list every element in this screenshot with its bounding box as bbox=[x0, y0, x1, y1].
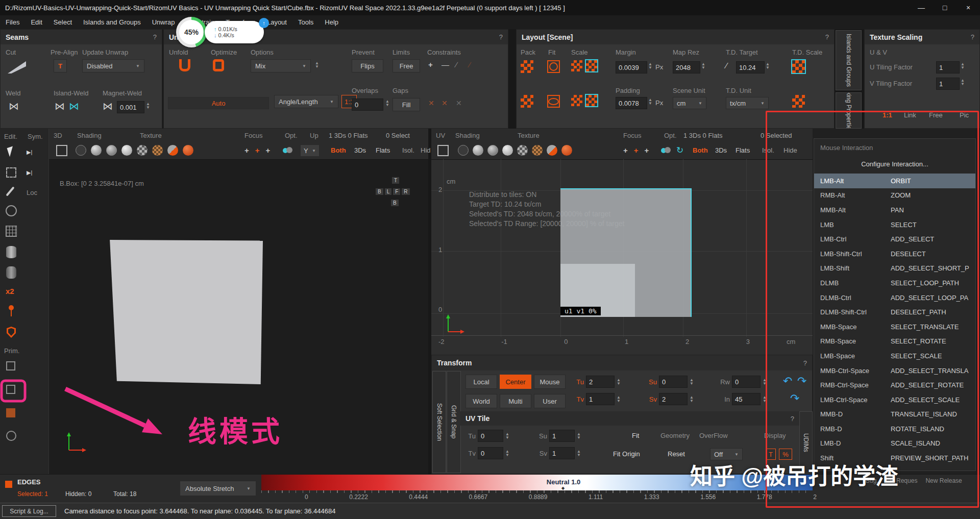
unfold-u-icon[interactable] bbox=[179, 59, 190, 71]
transform-field-value[interactable]: 2 bbox=[586, 376, 615, 388]
prim-wire-plane-icon[interactable] bbox=[6, 385, 15, 394]
scale-grid2-icon[interactable] bbox=[571, 95, 582, 106]
pic-button[interactable]: Pic bbox=[960, 111, 969, 119]
x2-button[interactable]: x2 bbox=[6, 287, 14, 295]
shading-checker-icon[interactable] bbox=[137, 145, 148, 156]
transform-mode-button[interactable]: World bbox=[465, 394, 497, 408]
hide-button[interactable]: Hide bbox=[783, 146, 797, 154]
shading-half-orange-icon[interactable] bbox=[547, 145, 557, 156]
mouse-menu-row[interactable]: LMB-Space SELECT_SCALE bbox=[814, 349, 975, 363]
focus-selected-icon[interactable]: + bbox=[634, 146, 639, 155]
menu-item[interactable]: Tools bbox=[292, 18, 319, 26]
prevent-flips-button[interactable]: Flips bbox=[352, 59, 383, 72]
shading-wire-solid-icon[interactable] bbox=[106, 145, 117, 156]
td-unit-dropdown[interactable]: tx/cm ▼ bbox=[726, 97, 769, 109]
mouse-menu-row[interactable]: MMB-Ctrl-Space ADD_SELECT_TRANSLA bbox=[814, 363, 975, 378]
margin-value[interactable]: 0.0039 bbox=[616, 61, 647, 73]
uv-tile-field-stepper[interactable]: ▲▼ bbox=[577, 432, 581, 439]
pre-align-t-button[interactable]: T bbox=[54, 59, 67, 72]
uv-tile-field-stepper[interactable]: ▲▼ bbox=[505, 450, 509, 457]
transform-field-stepper[interactable]: ▲▼ bbox=[763, 378, 767, 385]
new-release-link[interactable]: New Release bbox=[925, 477, 962, 484]
transform-mode-button[interactable]: User bbox=[534, 394, 566, 408]
reset-button[interactable]: Reset bbox=[668, 450, 685, 458]
constraint-line-icon[interactable]: — bbox=[442, 60, 449, 69]
td-target-value[interactable]: 10.24 bbox=[736, 61, 765, 73]
u-tiling-stepper[interactable]: ▲▼ bbox=[961, 62, 965, 69]
shading-wire-solid-icon[interactable] bbox=[487, 145, 498, 156]
refresh-icon[interactable]: ↻ bbox=[676, 145, 683, 156]
margin-stepper[interactable]: ▲▼ bbox=[648, 62, 652, 69]
uv-island[interactable] bbox=[560, 188, 692, 317]
lattice-tool-icon[interactable] bbox=[6, 226, 17, 237]
map-rez-stepper[interactable]: ▲▼ bbox=[701, 62, 705, 69]
mouse-menu-row[interactable]: RMB-Ctrl-Space ADD_SELECT_ROTATE bbox=[814, 378, 975, 392]
focus-island-icon[interactable]: + bbox=[266, 146, 271, 155]
help-icon[interactable]: ? bbox=[499, 33, 503, 41]
gizmo-side-button[interactable]: F bbox=[393, 188, 400, 195]
tab-islands-and-groups[interactable]: Islands and Groups bbox=[836, 30, 862, 90]
fit-ellipse-icon[interactable] bbox=[547, 95, 560, 108]
fit-button[interactable]: Fit bbox=[632, 432, 639, 439]
mouse-menu-row[interactable]: MMB-D TRANSLATE_ISLAND bbox=[814, 407, 975, 422]
filter-3ds-button[interactable]: 3Ds bbox=[354, 146, 366, 154]
shading-texture-icon[interactable] bbox=[532, 145, 543, 156]
v-tiling-value[interactable]: 1 bbox=[936, 78, 960, 90]
constraint-pin-icon[interactable]: + bbox=[428, 60, 433, 69]
mouse-menu-row[interactable]: LMB-Ctrl ADD_SELECT bbox=[814, 232, 975, 246]
mouse-menu-row[interactable]: RMB-Space SELECT_ROTATE bbox=[814, 334, 975, 349]
v-tiling-stepper[interactable]: ▲▼ bbox=[961, 79, 965, 86]
help-icon[interactable]: ? bbox=[825, 33, 829, 41]
scale-grid2-selected-icon[interactable] bbox=[586, 95, 597, 106]
constraint-x2-icon[interactable]: ✕ bbox=[442, 99, 448, 107]
scale-grid-icon[interactable] bbox=[571, 60, 582, 71]
link-button[interactable]: Link bbox=[904, 111, 916, 119]
auto-button[interactable]: Auto bbox=[168, 97, 269, 109]
cylinder-tool-icon[interactable] bbox=[6, 246, 16, 258]
mouse-menu-row[interactable]: DLMB-Shift-Ctrl DESELECT_PATH bbox=[814, 305, 975, 319]
td-target-stepper[interactable]: ▲▼ bbox=[766, 62, 770, 69]
menu-item[interactable]: Select bbox=[48, 18, 78, 26]
gizmo-top-button[interactable]: T bbox=[392, 177, 399, 184]
cube-mesh[interactable] bbox=[107, 240, 263, 384]
transform-field-stepper[interactable]: ▲▼ bbox=[617, 396, 621, 403]
fit-circle-icon[interactable] bbox=[547, 60, 560, 73]
uv-tile-field-stepper[interactable]: ▲▼ bbox=[505, 432, 509, 439]
unfold-mix-stepper[interactable]: ▲▼ bbox=[315, 61, 319, 68]
viewport-frame-icon[interactable] bbox=[437, 145, 449, 156]
island-weld-icon[interactable]: ⋈ bbox=[55, 101, 65, 111]
configure-interaction-item[interactable]: Configure Interaction... bbox=[814, 157, 975, 170]
upload-badge-icon[interactable]: ↑ bbox=[259, 18, 269, 28]
prim-solid-plane-icon[interactable] bbox=[6, 408, 15, 417]
transform-field-value[interactable]: 2 bbox=[659, 393, 688, 405]
isolate-button[interactable]: Isol. bbox=[762, 146, 774, 154]
fit-origin-button[interactable]: Fit Origin bbox=[613, 450, 640, 458]
shading-half-orange-icon[interactable] bbox=[167, 145, 178, 156]
redo-alt-icon[interactable]: ↷ bbox=[790, 392, 799, 405]
transform-field-stepper[interactable]: ▲▼ bbox=[690, 378, 694, 385]
magnet-weld-icon[interactable]: ⋈ bbox=[103, 101, 113, 111]
focus-selected-icon[interactable]: + bbox=[255, 146, 260, 155]
filter-both-button[interactable]: Both bbox=[331, 146, 346, 154]
shading-texture-icon[interactable] bbox=[152, 145, 163, 156]
transform-mode-button[interactable]: Multi bbox=[500, 394, 531, 408]
transform-field-value[interactable]: 0 bbox=[659, 376, 688, 388]
redo-icon[interactable]: ↷ bbox=[797, 375, 806, 388]
transform-mode-button[interactable]: Mouse bbox=[534, 375, 566, 389]
gizmo-side-button[interactable]: B bbox=[376, 188, 383, 195]
transform-mode-button[interactable]: Local bbox=[465, 375, 497, 389]
help-icon[interactable]: ? bbox=[791, 415, 794, 423]
menu-item[interactable]: Unwrap bbox=[146, 18, 181, 26]
mouse-menu-row[interactable]: LMB-Ctrl-Space ADD_SELECT_SCALE bbox=[814, 392, 975, 407]
mouse-menu-row[interactable]: LMB-Alt ORBIT bbox=[814, 174, 975, 188]
constraint-x-icon[interactable]: ✕ bbox=[428, 99, 434, 107]
magnet-weld-value[interactable]: 0.001 bbox=[117, 101, 144, 113]
mouse-menu-row[interactable]: LMB SELECT bbox=[814, 217, 975, 232]
optimize-icon[interactable] bbox=[213, 59, 224, 71]
close-button[interactable]: × bbox=[957, 0, 980, 15]
transform-field-stepper[interactable]: ▲▼ bbox=[617, 378, 621, 385]
focus-all-icon[interactable]: + bbox=[244, 146, 249, 155]
shading-solid-icon[interactable] bbox=[91, 145, 102, 156]
menu-item[interactable]: Help bbox=[319, 18, 344, 26]
uv-tile-field-value[interactable]: 1 bbox=[549, 447, 575, 459]
